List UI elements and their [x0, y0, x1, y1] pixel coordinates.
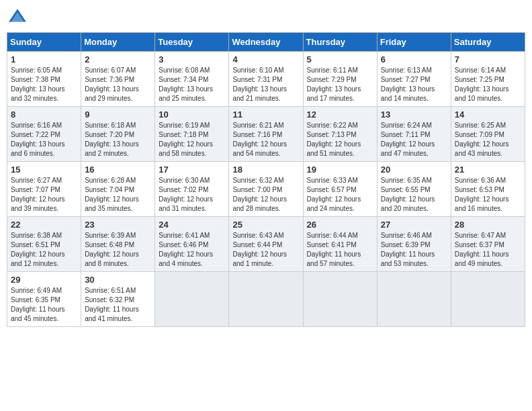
calendar-cell: 19Sunrise: 6:33 AM Sunset: 6:57 PM Dayli…	[303, 162, 377, 217]
calendar-cell: 12Sunrise: 6:22 AM Sunset: 7:13 PM Dayli…	[303, 107, 377, 162]
day-info: Sunrise: 6:36 AM Sunset: 6:53 PM Dayligh…	[455, 176, 521, 214]
calendar-cell: 14Sunrise: 6:25 AM Sunset: 7:09 PM Dayli…	[451, 107, 525, 162]
calendar-cell: 11Sunrise: 6:21 AM Sunset: 7:16 PM Dayli…	[229, 107, 303, 162]
day-number: 3	[159, 54, 225, 64]
day-info: Sunrise: 6:38 AM Sunset: 6:51 PM Dayligh…	[11, 231, 77, 269]
day-number: 26	[307, 220, 373, 230]
day-info: Sunrise: 6:51 AM Sunset: 6:32 PM Dayligh…	[85, 286, 151, 324]
calendar-cell: 2Sunrise: 6:07 AM Sunset: 7:36 PM Daylig…	[81, 52, 155, 107]
day-info: Sunrise: 6:49 AM Sunset: 6:35 PM Dayligh…	[11, 286, 77, 324]
calendar-cell	[303, 272, 377, 327]
calendar-cell	[229, 272, 303, 327]
calendar-cell: 28Sunrise: 6:47 AM Sunset: 6:37 PM Dayli…	[451, 217, 525, 272]
weekday-header-wednesday: Wednesday	[229, 33, 303, 52]
calendar-cell: 5Sunrise: 6:11 AM Sunset: 7:29 PM Daylig…	[303, 52, 377, 107]
calendar-cell: 21Sunrise: 6:36 AM Sunset: 6:53 PM Dayli…	[451, 162, 525, 217]
day-info: Sunrise: 6:25 AM Sunset: 7:09 PM Dayligh…	[455, 121, 521, 158]
day-info: Sunrise: 6:18 AM Sunset: 7:20 PM Dayligh…	[85, 121, 151, 158]
calendar-table: SundayMondayTuesdayWednesdayThursdayFrid…	[7, 32, 525, 327]
day-number: 4	[232, 54, 299, 64]
day-number: 13	[381, 109, 447, 120]
day-info: Sunrise: 6:28 AM Sunset: 7:04 PM Dayligh…	[85, 176, 151, 214]
day-info: Sunrise: 6:35 AM Sunset: 6:55 PM Dayligh…	[381, 176, 447, 214]
weekday-header-row: SundayMondayTuesdayWednesdayThursdayFrid…	[7, 33, 525, 52]
day-number: 12	[307, 109, 373, 120]
day-info: Sunrise: 6:24 AM Sunset: 7:11 PM Dayligh…	[381, 121, 447, 158]
day-number: 20	[381, 165, 447, 175]
day-info: Sunrise: 6:30 AM Sunset: 7:02 PM Dayligh…	[159, 176, 225, 214]
calendar-cell: 29Sunrise: 6:49 AM Sunset: 6:35 PM Dayli…	[7, 272, 81, 327]
calendar-cell: 20Sunrise: 6:35 AM Sunset: 6:55 PM Dayli…	[377, 162, 451, 217]
day-info: Sunrise: 6:07 AM Sunset: 7:36 PM Dayligh…	[85, 66, 151, 103]
day-info: Sunrise: 6:47 AM Sunset: 6:37 PM Dayligh…	[455, 231, 521, 269]
day-number: 22	[11, 220, 77, 230]
day-info: Sunrise: 6:22 AM Sunset: 7:13 PM Dayligh…	[307, 121, 373, 158]
calendar-cell: 13Sunrise: 6:24 AM Sunset: 7:11 PM Dayli…	[377, 107, 451, 162]
day-info: Sunrise: 6:21 AM Sunset: 7:16 PM Dayligh…	[232, 121, 299, 158]
calendar-cell	[451, 272, 525, 327]
day-info: Sunrise: 6:05 AM Sunset: 7:38 PM Dayligh…	[11, 66, 77, 103]
weekday-header-thursday: Thursday	[303, 33, 377, 52]
day-number: 6	[381, 54, 447, 64]
calendar-cell: 17Sunrise: 6:30 AM Sunset: 7:02 PM Dayli…	[155, 162, 229, 217]
day-info: Sunrise: 6:41 AM Sunset: 6:46 PM Dayligh…	[159, 231, 225, 269]
day-number: 18	[232, 165, 299, 175]
logo	[7, 7, 31, 28]
day-info: Sunrise: 6:27 AM Sunset: 7:07 PM Dayligh…	[11, 176, 77, 214]
calendar-cell: 10Sunrise: 6:19 AM Sunset: 7:18 PM Dayli…	[155, 107, 229, 162]
calendar-cell: 9Sunrise: 6:18 AM Sunset: 7:20 PM Daylig…	[81, 107, 155, 162]
day-number: 25	[232, 220, 299, 230]
day-info: Sunrise: 6:08 AM Sunset: 7:34 PM Dayligh…	[159, 66, 225, 103]
calendar-cell	[377, 272, 451, 327]
calendar-cell: 1Sunrise: 6:05 AM Sunset: 7:38 PM Daylig…	[7, 52, 81, 107]
day-number: 15	[11, 165, 77, 175]
calendar-cell: 16Sunrise: 6:28 AM Sunset: 7:04 PM Dayli…	[81, 162, 155, 217]
weekday-header-tuesday: Tuesday	[155, 33, 229, 52]
weekday-header-friday: Friday	[377, 33, 451, 52]
day-info: Sunrise: 6:43 AM Sunset: 6:44 PM Dayligh…	[232, 231, 299, 269]
page-header	[7, 7, 525, 28]
day-number: 17	[159, 165, 225, 175]
day-number: 23	[85, 220, 151, 230]
day-number: 30	[85, 275, 151, 285]
day-number: 16	[85, 165, 151, 175]
calendar-week-row: 15Sunrise: 6:27 AM Sunset: 7:07 PM Dayli…	[7, 162, 525, 217]
day-info: Sunrise: 6:32 AM Sunset: 7:00 PM Dayligh…	[232, 176, 299, 214]
day-info: Sunrise: 6:13 AM Sunset: 7:27 PM Dayligh…	[381, 66, 447, 103]
calendar-week-row: 22Sunrise: 6:38 AM Sunset: 6:51 PM Dayli…	[7, 217, 525, 272]
calendar-cell: 30Sunrise: 6:51 AM Sunset: 6:32 PM Dayli…	[81, 272, 155, 327]
weekday-header-monday: Monday	[81, 33, 155, 52]
day-number: 2	[85, 54, 151, 64]
day-info: Sunrise: 6:16 AM Sunset: 7:22 PM Dayligh…	[11, 121, 77, 158]
calendar-week-row: 29Sunrise: 6:49 AM Sunset: 6:35 PM Dayli…	[7, 272, 525, 327]
calendar-cell: 27Sunrise: 6:46 AM Sunset: 6:39 PM Dayli…	[377, 217, 451, 272]
calendar-cell: 6Sunrise: 6:13 AM Sunset: 7:27 PM Daylig…	[377, 52, 451, 107]
day-number: 10	[159, 109, 225, 120]
day-info: Sunrise: 6:46 AM Sunset: 6:39 PM Dayligh…	[381, 231, 447, 269]
calendar-cell: 7Sunrise: 6:14 AM Sunset: 7:25 PM Daylig…	[451, 52, 525, 107]
calendar-cell: 18Sunrise: 6:32 AM Sunset: 7:00 PM Dayli…	[229, 162, 303, 217]
day-number: 9	[85, 109, 151, 120]
day-number: 29	[11, 275, 77, 285]
day-info: Sunrise: 6:10 AM Sunset: 7:31 PM Dayligh…	[232, 66, 299, 103]
day-info: Sunrise: 6:11 AM Sunset: 7:29 PM Dayligh…	[307, 66, 373, 103]
weekday-header-sunday: Sunday	[7, 33, 81, 52]
day-info: Sunrise: 6:33 AM Sunset: 6:57 PM Dayligh…	[307, 176, 373, 214]
calendar-cell	[155, 272, 229, 327]
day-info: Sunrise: 6:14 AM Sunset: 7:25 PM Dayligh…	[455, 66, 521, 103]
calendar-cell: 23Sunrise: 6:39 AM Sunset: 6:48 PM Dayli…	[81, 217, 155, 272]
calendar-cell: 15Sunrise: 6:27 AM Sunset: 7:07 PM Dayli…	[7, 162, 81, 217]
weekday-header-saturday: Saturday	[451, 33, 525, 52]
logo-icon	[7, 7, 28, 28]
day-number: 19	[307, 165, 373, 175]
day-number: 11	[232, 109, 299, 120]
day-info: Sunrise: 6:19 AM Sunset: 7:18 PM Dayligh…	[159, 121, 225, 158]
day-number: 8	[11, 109, 77, 120]
calendar-cell: 22Sunrise: 6:38 AM Sunset: 6:51 PM Dayli…	[7, 217, 81, 272]
day-number: 21	[455, 165, 521, 175]
calendar-week-row: 1Sunrise: 6:05 AM Sunset: 7:38 PM Daylig…	[7, 52, 525, 107]
day-number: 28	[455, 220, 521, 230]
day-info: Sunrise: 6:39 AM Sunset: 6:48 PM Dayligh…	[85, 231, 151, 269]
day-number: 27	[381, 220, 447, 230]
calendar-cell: 25Sunrise: 6:43 AM Sunset: 6:44 PM Dayli…	[229, 217, 303, 272]
